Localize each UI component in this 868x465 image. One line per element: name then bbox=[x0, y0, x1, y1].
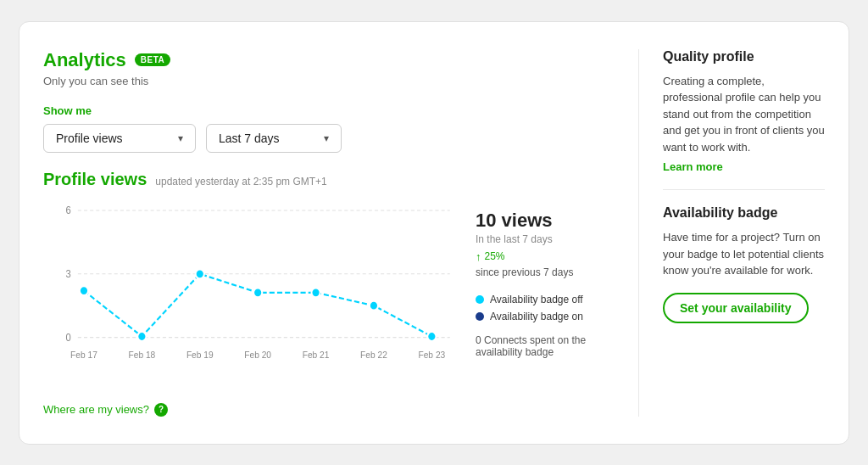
period-chevron-icon: ▾ bbox=[324, 132, 329, 144]
data-point-0 bbox=[80, 286, 88, 295]
legend-items: Availability badge off Availability badg… bbox=[476, 294, 611, 322]
legend-badge-off: Availability badge off bbox=[476, 294, 611, 305]
availability-title: Availability badge bbox=[663, 205, 825, 221]
svg-text:Feb 23: Feb 23 bbox=[418, 349, 445, 359]
data-point-6 bbox=[427, 332, 436, 341]
legend-badge-on-label: Availability badge on bbox=[490, 311, 583, 322]
analytics-subtitle: Only you can see this bbox=[43, 75, 611, 87]
analytics-title: Analytics bbox=[43, 49, 126, 71]
data-point-3 bbox=[253, 288, 262, 297]
metric-dropdown-value: Profile views bbox=[56, 132, 123, 145]
profile-views-heading: Profile views updated yesterday at 2:35 … bbox=[43, 170, 611, 189]
views-change: ↑ 25% bbox=[476, 250, 611, 263]
change-pct: 25% bbox=[485, 250, 505, 262]
left-panel: Analytics BETA Only you can see this Sho… bbox=[43, 49, 611, 417]
quality-title: Quality profile bbox=[663, 49, 825, 64]
right-panel: Quality profile Creating a complete, pro… bbox=[638, 49, 825, 417]
beta-badge: BETA bbox=[135, 53, 170, 66]
change-label: since previous 7 days bbox=[476, 266, 611, 278]
chart-legend: 10 views In the last 7 days ↑ 25% since … bbox=[476, 201, 611, 391]
chart-container: 6 3 0 Feb 17 Feb 18 Feb 19 Feb 20 Feb 21… bbox=[43, 201, 459, 391]
set-availability-button[interactable]: Set your availability bbox=[663, 293, 809, 323]
period-dropdown-value: Last 7 days bbox=[219, 132, 280, 145]
bottom-link-row: Where are my views? ? bbox=[43, 403, 611, 417]
svg-text:Feb 18: Feb 18 bbox=[128, 349, 155, 359]
connects-text: 0 Connects spent on the availability bad… bbox=[476, 334, 611, 358]
availability-text: Have time for a project? Turn on your ba… bbox=[663, 229, 825, 279]
pv-title: Profile views bbox=[43, 170, 147, 189]
svg-text:3: 3 bbox=[65, 267, 70, 278]
metric-chevron-icon: ▾ bbox=[178, 132, 183, 144]
quality-text: Creating a complete, professional profil… bbox=[663, 73, 825, 156]
data-point-2 bbox=[196, 269, 204, 278]
arrow-up-icon: ↑ bbox=[476, 250, 481, 263]
data-point-1 bbox=[137, 332, 146, 341]
where-views-link[interactable]: Where are my views? bbox=[43, 403, 149, 416]
period-dropdown[interactable]: Last 7 days ▾ bbox=[206, 124, 342, 153]
chart-line bbox=[84, 273, 431, 336]
chart-area: 6 3 0 Feb 17 Feb 18 Feb 19 Feb 20 Feb 21… bbox=[43, 201, 611, 391]
blue-dot-icon bbox=[476, 312, 484, 321]
cyan-dot-icon bbox=[476, 295, 484, 304]
dropdowns-row: Profile views ▾ Last 7 days ▾ bbox=[43, 124, 611, 153]
help-icon[interactable]: ? bbox=[154, 403, 168, 417]
svg-text:Feb 22: Feb 22 bbox=[360, 349, 387, 359]
data-point-4 bbox=[311, 288, 320, 297]
metric-dropdown[interactable]: Profile views ▾ bbox=[43, 124, 196, 153]
views-period: In the last 7 days bbox=[476, 233, 611, 245]
line-chart: 6 3 0 Feb 17 Feb 18 Feb 19 Feb 20 Feb 21… bbox=[43, 201, 459, 388]
analytics-header: Analytics BETA bbox=[43, 49, 611, 71]
svg-text:Feb 21: Feb 21 bbox=[303, 349, 330, 359]
views-count: 10 views bbox=[476, 210, 611, 232]
show-me-label: Show me bbox=[43, 104, 611, 117]
learn-more-link[interactable]: Learn more bbox=[663, 160, 723, 173]
svg-text:Feb 19: Feb 19 bbox=[186, 349, 214, 359]
analytics-card: Analytics BETA Only you can see this Sho… bbox=[19, 21, 849, 445]
legend-badge-on: Availability badge on bbox=[476, 311, 611, 322]
data-point-5 bbox=[370, 300, 378, 310]
pv-updated: updated yesterday at 2:35 pm GMT+1 bbox=[155, 176, 326, 188]
svg-text:Feb 17: Feb 17 bbox=[70, 349, 97, 359]
divider bbox=[663, 189, 825, 190]
svg-text:6: 6 bbox=[65, 204, 70, 215]
svg-text:Feb 20: Feb 20 bbox=[244, 349, 271, 359]
legend-badge-off-label: Availability badge off bbox=[490, 294, 583, 305]
svg-text:0: 0 bbox=[65, 331, 71, 342]
